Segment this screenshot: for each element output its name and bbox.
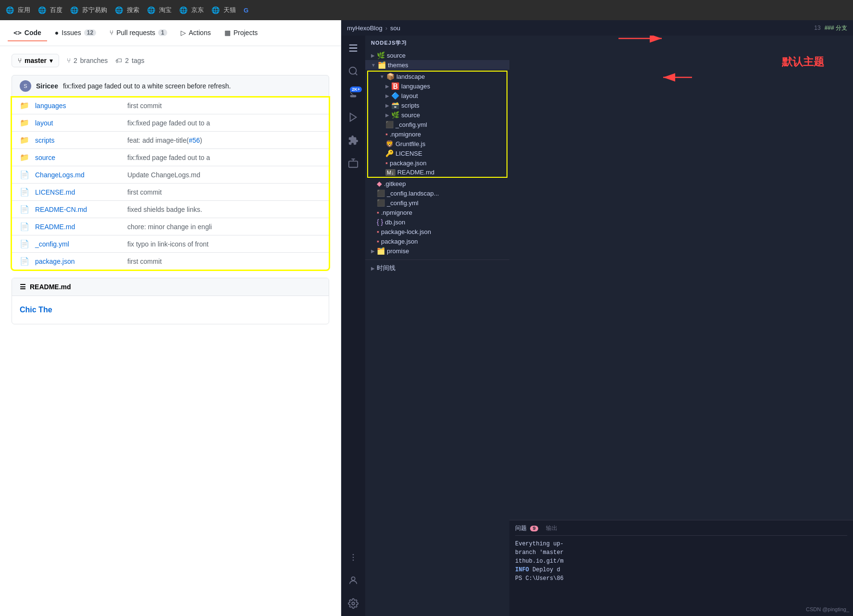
tree-item-landscape[interactable]: ▼ 📦 landscape — [368, 72, 507, 81]
timeline-item[interactable]: ▶ 时间线 — [365, 263, 509, 273]
tree-item-db-json[interactable]: { } db.json — [365, 217, 509, 227]
npmignore-icon: ▪ — [385, 130, 388, 138]
issues-icon: ● — [55, 29, 59, 37]
svg-point-9 — [351, 577, 355, 580]
tree-item-gruntfile[interactable]: 🦁 Gruntfile.js — [368, 139, 507, 148]
terminal-tab-issues[interactable]: 问题 9 — [515, 524, 538, 532]
breadcrumb-sep: › — [385, 25, 387, 32]
config-yml2-icon: ⬛ — [377, 199, 385, 207]
github-tabs: <> Code ● Issues 12 ⑂ Pull requests 1 ▷ … — [0, 20, 341, 46]
csdn-watermark: CSDN @pingting_ — [806, 606, 849, 612]
file-row-languages[interactable]: 📁 languages first commit — [12, 97, 329, 114]
readme-header: ☰ README.md — [12, 278, 329, 296]
run-icon[interactable] — [345, 109, 362, 126]
chevron-down-icon: ▾ — [49, 57, 53, 64]
tree-item-package-lock[interactable]: ▪ package-lock.json — [365, 227, 509, 236]
tree-item-promise[interactable]: ▶ 🗂️ promise — [365, 246, 509, 256]
tree-item-layout[interactable]: ▶ 🔷 layout — [368, 91, 507, 100]
sidebar-title: NODEJS学习 — [365, 36, 509, 50]
tab-actions[interactable]: ▷ Actions — [175, 25, 217, 41]
tree-item-readme-md[interactable]: M↓ README.md — [368, 168, 507, 177]
readme-section: ☰ README.md Chic The — [12, 278, 329, 324]
tree-item-package-json2[interactable]: ▪ package.json — [365, 236, 509, 246]
readme-md-icon: M↓ — [385, 169, 396, 176]
browser-tab-tianmao[interactable]: 🌐 天猫 — [211, 6, 236, 14]
svg-point-7 — [353, 557, 354, 558]
issues-terminal-badge: 9 — [530, 526, 538, 531]
activity-bar: 2K+ — [341, 36, 365, 616]
file-row-readme-cn[interactable]: 📄 README-CN.md fixed shields badge links… — [12, 201, 329, 218]
yml-icon: ⬛ — [385, 121, 394, 128]
svg-point-0 — [349, 67, 357, 74]
file-row-license[interactable]: 📄 LICENSE.md first commit — [12, 184, 329, 201]
readme-body: Chic The — [12, 296, 329, 324]
folder-icon: 📁 — [20, 101, 29, 110]
tab-issues[interactable]: ● Issues 12 — [49, 25, 102, 41]
file-row-layout[interactable]: 📁 layout fix:fixed page faded out to a — [12, 114, 329, 132]
svg-rect-3 — [349, 161, 358, 167]
tree-item-themes[interactable]: ▼ 🗂️ themes — [365, 60, 509, 70]
source-control-icon[interactable]: 2K+ — [345, 86, 362, 103]
browser-tab-jd[interactable]: 🌐 京东 — [179, 6, 204, 14]
folder-promise-icon: 🗂️ — [377, 247, 385, 255]
package-json2-icon: ▪ — [377, 237, 379, 245]
chevron-right-icon: ▶ — [371, 53, 375, 58]
branch-bar: ⑂ master ▾ ⑂ 2 branches 🏷 2 tags — [12, 54, 329, 67]
file-row-readme[interactable]: 📄 README.md chore: minor change in engli — [12, 218, 329, 235]
code-icon: <> — [13, 29, 22, 37]
tree-item-source[interactable]: ▶ 🌿 source — [365, 50, 509, 60]
github-panel: <> Code ● Issues 12 ⑂ Pull requests 1 ▷ … — [0, 20, 341, 616]
tree-item-scripts[interactable]: ▶ 🗃️ scripts — [368, 100, 507, 110]
browser-tab-suning[interactable]: 🌐 苏宁易购 — [70, 6, 107, 14]
tags-meta: 🏷 2 tags — [115, 57, 144, 64]
branch-selector[interactable]: ⑂ master ▾ — [12, 54, 59, 67]
browser-tab-google[interactable]: G — [244, 7, 248, 14]
browser-tab-apps[interactable]: 🌐 应用 — [6, 6, 30, 14]
repo-content: ⑂ master ▾ ⑂ 2 branches 🏷 2 tags S S — [0, 46, 341, 616]
search-icon[interactable] — [345, 62, 362, 80]
terminal-line-4: INFO Deploy d — [515, 566, 847, 574]
tree-item-gitkeep[interactable]: ◆ .gitkeep — [365, 179, 509, 188]
file-row-changelogs[interactable]: 📄 ChangeLogs.md Update ChangeLogs.md — [12, 166, 329, 184]
terminal-tab-output[interactable]: 输出 — [546, 524, 557, 532]
breadcrumb-path: sou — [390, 25, 400, 32]
tree-item-languages[interactable]: ▶ 🅱️ languages — [368, 81, 507, 91]
extensions-icon[interactable] — [345, 132, 362, 149]
folder-scripts-icon: 🗃️ — [391, 101, 399, 109]
file-row-package[interactable]: 📄 package.json first commit — [12, 253, 329, 270]
more-icon[interactable] — [345, 549, 362, 566]
remote-icon[interactable] — [345, 155, 362, 172]
file-row-scripts[interactable]: 📁 scripts feat: add image-title(#56) — [12, 132, 329, 149]
issues-badge: 12 — [84, 29, 96, 36]
db-json-icon: { } — [377, 218, 383, 226]
commit-author: Siricee — [36, 82, 58, 90]
tree-item-config-landscape[interactable]: ⬛ _config.landscap... — [365, 188, 509, 198]
browser-tab-taobao[interactable]: 🌐 淘宝 — [147, 6, 172, 14]
svg-marker-2 — [350, 113, 357, 122]
browser-tab-search[interactable]: 🌐 搜索 — [115, 6, 139, 14]
tab-code[interactable]: <> Code — [8, 25, 47, 41]
folder-icon: 📁 — [20, 118, 29, 127]
file-row-config[interactable]: 📄 _config.yml fix typo in link-icons of … — [12, 235, 329, 253]
tree-item-config-yml2[interactable]: ⬛ _config.yml — [365, 198, 509, 208]
folder-source-icon: 🌿 — [377, 51, 385, 59]
editor-line-content: ### 分支 — [825, 24, 847, 32]
browser-tab-baidu[interactable]: 🌐 百度 — [38, 6, 62, 14]
file-icon: 📄 — [20, 239, 29, 248]
tree-item-source2[interactable]: ▶ 🌿 source — [368, 110, 507, 120]
tags-icon: 🏷 — [115, 57, 122, 64]
tree-item-npmignore[interactable]: ▪ .npmignore — [368, 129, 507, 139]
account-icon[interactable] — [345, 572, 362, 589]
settings-icon[interactable] — [345, 595, 362, 612]
tab-pullrequests[interactable]: ⑂ Pull requests 1 — [104, 25, 173, 41]
pr-link[interactable]: #56 — [189, 136, 200, 144]
tree-item-config-yml[interactable]: ⬛ _config.yml — [368, 120, 507, 129]
file-row-source[interactable]: 📁 source fix:fixed page faded out to a — [12, 149, 329, 166]
tree-item-package-json[interactable]: ▪ package.json — [368, 158, 507, 168]
chevron-right-icon-source2: ▶ — [385, 112, 389, 118]
tree-item-npmignore2[interactable]: ▪ .npmignore — [365, 208, 509, 217]
explorer-icon[interactable] — [345, 39, 362, 57]
chevron-right-promise: ▶ — [371, 248, 375, 254]
tree-item-license[interactable]: 🔑 LICENSE — [368, 148, 507, 158]
tab-projects[interactable]: ▦ Projects — [219, 25, 264, 41]
